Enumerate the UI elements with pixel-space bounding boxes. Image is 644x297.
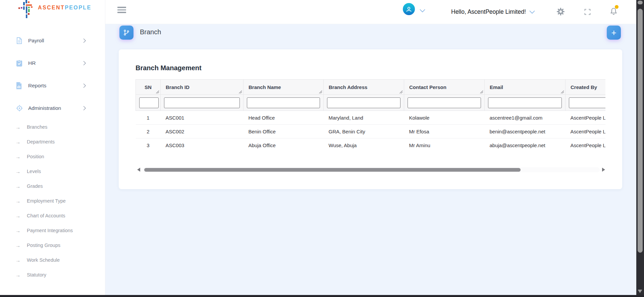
sidebar-item-hr[interactable]: HR — [0, 56, 105, 70]
cell-contact-person: Kolawole — [404, 111, 485, 125]
logo-text: ASCENTPEOPLE — [38, 5, 92, 11]
sidebar-subitem-levels[interactable]: →Levels — [0, 164, 105, 179]
bottom-bar — [0, 295, 644, 297]
cell-email: benin@ascentpeople.net — [485, 125, 566, 138]
notification-dot — [615, 5, 619, 9]
payroll-file-icon — [16, 37, 24, 44]
filter-input-branch-address[interactable] — [327, 97, 400, 108]
vertical-scrollbar-thumb[interactable] — [638, 9, 643, 253]
sidebar-subitem-statutory[interactable]: →Statutory — [0, 267, 105, 282]
sidebar-subitem-branches[interactable]: →Branches — [0, 120, 105, 134]
filter-input-branch-id[interactable] — [164, 97, 240, 108]
cell-branch-address: GRA, Benin City — [324, 125, 404, 138]
table-row[interactable]: 3 ASC003 Abuja Office Wuse, Abuja Mr Ami… — [136, 138, 606, 151]
sidebar-subnav: →Branches →Departments →Position →Levels… — [0, 120, 105, 282]
card-title: Branch Management — [136, 64, 202, 72]
arrow-right-icon: → — [15, 169, 23, 174]
branch-table: SN Branch ID Branch Name Branch Address … — [136, 79, 605, 151]
filter-input-email[interactable] — [488, 97, 562, 108]
cell-sn: 2 — [136, 125, 161, 138]
sidebar-subitem-position[interactable]: →Position — [0, 149, 105, 164]
git-branch-icon — [123, 29, 130, 36]
column-resize-handle[interactable] — [319, 90, 322, 94]
sidebar-subitem-posting-groups[interactable]: →Posting Groups — [0, 238, 105, 253]
table-filter-row — [136, 95, 606, 111]
arrow-right-icon: → — [15, 124, 23, 130]
column-header-email: Email — [485, 80, 566, 95]
column-header-branch-id: Branch ID — [161, 80, 244, 95]
arrow-right-icon: → — [15, 228, 23, 234]
column-resize-handle[interactable] — [560, 90, 564, 94]
table-header-row: SN Branch ID Branch Name Branch Address … — [136, 80, 606, 95]
fullscreen-icon[interactable] — [584, 8, 591, 17]
hr-clipboard-icon — [16, 59, 24, 67]
sidebar-item-label: HR — [28, 60, 36, 66]
horizontal-scrollbar — [137, 167, 605, 173]
cell-sn: 3 — [136, 138, 161, 151]
sidebar-item-label: Payroll — [28, 38, 44, 44]
sidebar-nav: Payroll HR Reports Administration — [0, 34, 105, 124]
sidebar-subitem-work-schedule[interactable]: →Work Schedule — [0, 253, 105, 267]
cell-created-by: AscentPeople Limited — [566, 111, 606, 125]
sidebar-item-reports[interactable]: Reports — [0, 79, 105, 92]
column-header-created-by: Created By — [566, 80, 606, 95]
branch-page-icon — [119, 26, 133, 40]
cell-branch-address: Maryland, Land — [324, 111, 404, 125]
filter-input-branch-name[interactable] — [247, 97, 320, 108]
column-resize-handle[interactable] — [480, 90, 483, 94]
filter-input-created-by[interactable] — [569, 97, 605, 108]
scroll-down-icon[interactable] — [638, 290, 642, 293]
branch-management-card: Branch Management SN Branch ID Branch Na… — [119, 49, 622, 189]
sidebar-subitem-chart-of-accounts[interactable]: →Chart of Accounts — [0, 208, 105, 223]
main-content: Branch + Branch Management SN Branch ID … — [105, 24, 636, 295]
arrow-right-icon: → — [15, 198, 23, 204]
column-resize-handle[interactable] — [238, 90, 242, 94]
table-row[interactable]: 2 ASC002 Benin Office GRA, Benin City Mr… — [136, 125, 606, 138]
user-icon — [405, 5, 413, 13]
scrollbar-thumb[interactable] — [144, 168, 521, 172]
scrollbar-up-button[interactable] — [638, 1, 643, 4]
sidebar-item-payroll[interactable]: Payroll — [0, 34, 105, 47]
chevron-right-icon — [83, 38, 86, 44]
column-header-contact-person: Contact Person — [404, 80, 485, 95]
sidebar-item-label: Reports — [28, 83, 46, 89]
arrow-right-icon: → — [15, 257, 23, 263]
cell-branch-id: ASC003 — [161, 138, 244, 151]
arrow-right-icon: → — [15, 154, 23, 160]
notification-bell-icon[interactable] — [609, 7, 618, 17]
avatar-chevron-down-icon[interactable] — [420, 8, 425, 14]
chevron-down-icon — [529, 10, 535, 14]
vertical-scrollbar[interactable] — [636, 0, 644, 297]
sidebar-subitem-payment-integrations[interactable]: →Payment Integrations — [0, 223, 105, 238]
sidebar-item-label: Administration — [28, 105, 61, 111]
arrow-right-icon: → — [15, 183, 23, 189]
cell-contact-person: Mr Efosa — [404, 125, 485, 138]
cell-branch-name: Head Office — [244, 111, 324, 125]
cell-email: ascentree1@gmail.com — [485, 111, 566, 125]
filter-input-sn[interactable] — [139, 97, 159, 108]
avatar[interactable] — [403, 3, 415, 15]
chevron-right-icon — [83, 61, 86, 67]
column-resize-handle[interactable] — [156, 90, 159, 94]
reports-chart-icon — [16, 82, 24, 89]
cell-branch-name: Benin Office — [244, 125, 324, 138]
sidebar-subitem-grades[interactable]: →Grades — [0, 179, 105, 194]
cell-email: abuja@ascentpeople.net — [485, 138, 566, 151]
filter-input-contact-person[interactable] — [408, 97, 481, 108]
cell-branch-id: ASC001 — [161, 111, 244, 125]
cell-branch-address: Wuse, Abuja — [324, 138, 404, 151]
table-row[interactable]: 1 ASC001 Head Office Maryland, Land Kola… — [136, 111, 606, 125]
sidebar-subitem-employment-type[interactable]: →Employment Type — [0, 194, 105, 208]
topbar: Hello, AscentPeople Limited! — [105, 0, 636, 24]
sidebar-subitem-departments[interactable]: →Departments — [0, 134, 105, 149]
scroll-right-icon[interactable] — [602, 168, 605, 172]
account-menu[interactable]: Hello, AscentPeople Limited! — [451, 0, 535, 24]
scroll-left-icon[interactable] — [137, 168, 140, 172]
column-resize-handle[interactable] — [399, 90, 403, 94]
add-branch-button[interactable]: + — [607, 26, 621, 40]
column-header-branch-name: Branch Name — [244, 80, 324, 95]
sidebar-item-administration[interactable]: Administration — [0, 101, 105, 115]
settings-gear-icon[interactable] — [556, 7, 565, 17]
hamburger-menu-icon[interactable] — [117, 7, 126, 14]
chevron-right-icon — [83, 106, 86, 112]
